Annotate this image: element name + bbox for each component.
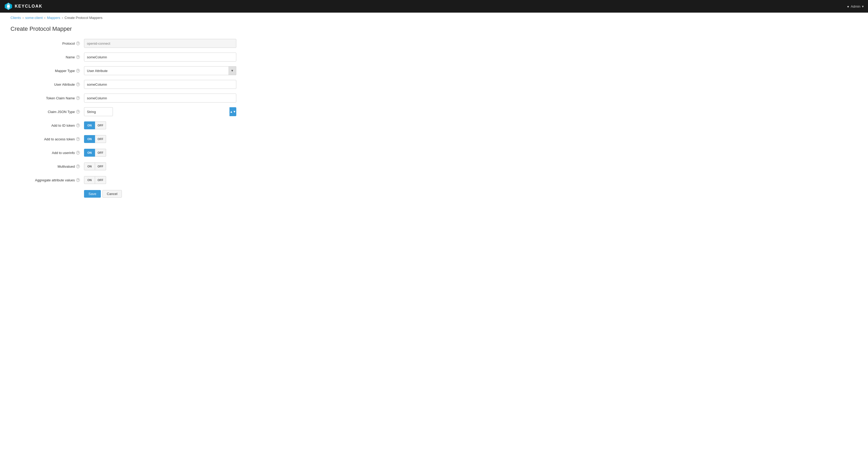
add-to-access-token-control: ON OFF xyxy=(84,135,236,143)
mapper-type-select[interactable]: User Attribute User Property Hardcoded c… xyxy=(84,66,236,75)
user-icon: ● xyxy=(847,4,849,8)
claim-json-type-row: Claim JSON Type ? String long int boolea… xyxy=(10,107,236,116)
aggregate-on-button[interactable]: ON xyxy=(84,176,95,184)
mapper-type-row: Mapper Type ? User Attribute User Proper… xyxy=(10,66,236,76)
add-to-id-token-control: ON OFF xyxy=(84,121,236,129)
add-to-userinfo-label: Add to userinfo ? xyxy=(10,151,84,155)
button-row: Save Cancel xyxy=(10,189,236,198)
user-attribute-input[interactable] xyxy=(84,80,236,89)
token-claim-name-help-icon[interactable]: ? xyxy=(76,96,80,100)
add-to-userinfo-on-button[interactable]: ON xyxy=(84,149,95,156)
add-to-userinfo-row: Add to userinfo ? ON OFF xyxy=(10,148,236,157)
token-claim-name-row: Token Claim Name ? xyxy=(10,93,236,103)
mapper-type-help-icon[interactable]: ? xyxy=(76,69,80,73)
add-to-id-token-off-button[interactable]: OFF xyxy=(95,121,106,129)
add-to-access-token-row: Add to access token ? ON OFF xyxy=(10,134,236,144)
token-claim-name-control xyxy=(84,93,236,103)
mapper-type-label: Mapper Type ? xyxy=(10,69,84,73)
name-control xyxy=(84,53,236,61)
protocol-label: Protocol ? xyxy=(10,41,84,46)
user-attribute-help-icon[interactable]: ? xyxy=(76,83,80,86)
aggregate-control: ON OFF xyxy=(84,176,236,184)
add-to-access-token-help-icon[interactable]: ? xyxy=(76,137,80,141)
claim-json-type-control: String long int boolean JSON ▲▼ xyxy=(84,107,236,116)
claim-json-type-help-icon[interactable]: ? xyxy=(76,110,80,114)
add-to-access-token-label: Add to access token ? xyxy=(10,137,84,141)
user-dropdown-icon: ▾ xyxy=(862,4,864,8)
cancel-button[interactable]: Cancel xyxy=(102,190,122,198)
user-attribute-label: User Attribute ? xyxy=(10,83,84,86)
add-to-userinfo-off-button[interactable]: OFF xyxy=(95,149,106,156)
add-to-id-token-row: Add to ID token ? ON OFF xyxy=(10,121,236,130)
save-button[interactable]: Save xyxy=(84,190,101,198)
user-label: Admin xyxy=(851,4,860,8)
protocol-help-icon[interactable]: ? xyxy=(76,41,80,45)
multivalued-label: Multivalued ? xyxy=(10,165,84,169)
breadcrumb-clients[interactable]: Clients xyxy=(10,16,21,20)
add-to-id-token-help-icon[interactable]: ? xyxy=(76,123,80,127)
breadcrumb-sep-2: › xyxy=(44,16,45,20)
claim-json-type-select-wrap: String long int boolean JSON ▲▼ xyxy=(84,107,236,116)
svg-point-2 xyxy=(7,5,10,8)
claim-json-type-label: Claim JSON Type ? xyxy=(10,110,84,114)
user-attribute-row: User Attribute ? xyxy=(10,80,236,89)
multivalued-toggle: ON OFF xyxy=(84,163,236,170)
aggregate-row: Aggregate attribute values ? ON OFF xyxy=(10,175,236,185)
brand-text: KEYCLOAK xyxy=(15,4,42,9)
claim-json-type-arrow-icon: ▲▼ xyxy=(229,107,236,116)
add-to-access-token-off-button[interactable]: OFF xyxy=(95,135,106,143)
page-title: Create Protocol Mapper xyxy=(10,26,858,32)
name-row: Name ? xyxy=(10,52,236,62)
name-input[interactable] xyxy=(84,53,236,61)
add-to-id-token-on-button[interactable]: ON xyxy=(84,121,95,129)
name-label: Name ? xyxy=(10,55,84,59)
claim-json-type-select[interactable]: String long int boolean JSON xyxy=(84,107,113,116)
multivalued-off-button[interactable]: OFF xyxy=(95,163,106,170)
multivalued-help-icon[interactable]: ? xyxy=(76,165,80,168)
aggregate-label: Aggregate attribute values ? xyxy=(10,178,84,182)
token-claim-name-label: Token Claim Name ? xyxy=(10,96,84,100)
multivalued-control: ON OFF xyxy=(84,163,236,170)
user-menu[interactable]: ● Admin ▾ xyxy=(847,4,864,8)
breadcrumb: Clients › some-client › Mappers › Create… xyxy=(0,12,868,23)
protocol-input xyxy=(84,39,236,48)
breadcrumb-some-client[interactable]: some-client xyxy=(25,16,42,20)
aggregate-off-button[interactable]: OFF xyxy=(95,176,106,184)
mapper-type-control: User Attribute User Property Hardcoded c… xyxy=(84,66,236,75)
protocol-control xyxy=(84,39,236,48)
aggregate-toggle: ON OFF xyxy=(84,176,236,184)
multivalued-row: Multivalued ? ON OFF xyxy=(10,162,236,171)
mapper-type-select-wrap: User Attribute User Property Hardcoded c… xyxy=(84,66,236,75)
add-to-userinfo-toggle: ON OFF xyxy=(84,149,236,156)
multivalued-on-button[interactable]: ON xyxy=(84,163,95,170)
main-content: Create Protocol Mapper Protocol ? Name ? xyxy=(0,23,868,213)
token-claim-name-input[interactable] xyxy=(84,93,236,103)
breadcrumb-sep-3: › xyxy=(62,16,63,20)
brand: KEYCLOAK xyxy=(4,2,42,10)
navbar: KEYCLOAK ● Admin ▾ xyxy=(0,0,868,12)
breadcrumb-sep-1: › xyxy=(23,16,24,20)
add-to-userinfo-control: ON OFF xyxy=(84,149,236,156)
add-to-userinfo-help-icon[interactable]: ? xyxy=(76,151,80,154)
form-container: Protocol ? Name ? Mapper Type ? xyxy=(10,39,236,198)
add-to-id-token-toggle: ON OFF xyxy=(84,121,236,129)
name-help-icon[interactable]: ? xyxy=(76,55,80,59)
add-to-access-token-toggle: ON OFF xyxy=(84,135,236,143)
protocol-row: Protocol ? xyxy=(10,39,236,48)
breadcrumb-mappers[interactable]: Mappers xyxy=(47,16,60,20)
add-to-id-token-label: Add to ID token ? xyxy=(10,123,84,127)
aggregate-help-icon[interactable]: ? xyxy=(76,178,80,182)
keycloak-logo-icon xyxy=(4,2,12,10)
add-to-access-token-on-button[interactable]: ON xyxy=(84,135,95,143)
user-attribute-control xyxy=(84,80,236,89)
breadcrumb-current: Create Protocol Mappers xyxy=(65,16,103,20)
